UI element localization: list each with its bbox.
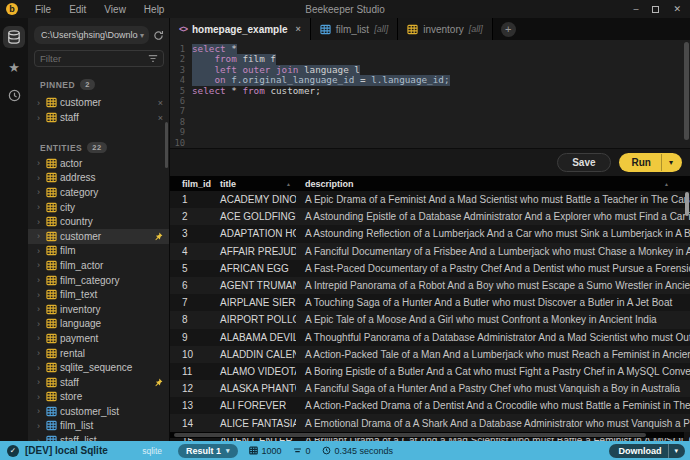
- sql-editor[interactable]: 1select *2 from film f3 left outer join …: [170, 40, 690, 148]
- menu-edit[interactable]: Edit: [60, 4, 95, 15]
- save-button[interactable]: Save: [557, 153, 610, 172]
- sidebar-scrollbar[interactable]: [165, 122, 168, 168]
- pinned-item-customer[interactable]: ›customer×: [28, 95, 169, 110]
- entity-address[interactable]: ›address: [28, 171, 169, 186]
- entity-language[interactable]: ›language: [28, 317, 169, 332]
- chevron-right-icon[interactable]: ›: [37, 275, 46, 285]
- entity-staff[interactable]: ›staff: [28, 375, 169, 390]
- entity-film_text[interactable]: ›film_text: [28, 287, 169, 302]
- chevron-right-icon[interactable]: ›: [37, 113, 46, 123]
- table-row[interactable]: 14ALICE FANTASIAA Emotional Drama of a A…: [170, 414, 690, 431]
- vertical-scrollbar[interactable]: [685, 192, 689, 216]
- filter-icon[interactable]: [148, 54, 158, 63]
- table-row[interactable]: 6AGENT TRUMANA Intrepid Panorama of a Ro…: [170, 277, 690, 294]
- code-line-7[interactable]: 7: [170, 106, 690, 116]
- entity-actor[interactable]: ›actor: [28, 156, 169, 171]
- table-row[interactable]: 1ACADEMY DINOSAURA Epic Drama of a Femin…: [170, 191, 690, 208]
- chevron-right-icon[interactable]: ›: [37, 98, 46, 108]
- close-tab-icon[interactable]: ×: [296, 24, 301, 34]
- tab-inventory[interactable]: inventory[all]: [398, 18, 493, 40]
- entity-sqlite_sequence[interactable]: ›sqlite_sequence: [28, 360, 169, 375]
- chevron-right-icon[interactable]: ›: [37, 202, 46, 212]
- chevron-right-icon[interactable]: ›: [37, 173, 46, 183]
- entity-payment[interactable]: ›payment: [28, 331, 169, 346]
- chevron-right-icon[interactable]: ›: [37, 304, 46, 314]
- entity-city[interactable]: ›city: [28, 200, 169, 215]
- chevron-right-icon[interactable]: ›: [37, 421, 46, 431]
- table-row[interactable]: 2ACE GOLDFINGERA Astounding Epistle of a…: [170, 208, 690, 225]
- chevron-right-icon[interactable]: ›: [37, 231, 46, 241]
- table-row[interactable]: 9ALABAMA DEVILA Thoughtful Panorama of a…: [170, 329, 690, 346]
- chevron-right-icon[interactable]: ›: [37, 246, 46, 256]
- code-line-5[interactable]: 5select * from customer;: [170, 86, 690, 96]
- table-row[interactable]: 11ALAMO VIDEOTAPEA Boring Epistle of a B…: [170, 363, 690, 380]
- chevron-right-icon[interactable]: ›: [37, 406, 46, 416]
- entity-customer[interactable]: ›customer: [28, 229, 169, 244]
- entity-category[interactable]: ›category: [28, 185, 169, 200]
- chevron-right-icon[interactable]: ›: [37, 290, 46, 300]
- chevron-right-icon[interactable]: ›: [37, 260, 46, 270]
- sort-icon[interactable]: ▲: [664, 181, 669, 187]
- filter-input[interactable]: [40, 53, 148, 64]
- download-options-caret[interactable]: ▾: [668, 444, 685, 458]
- chevron-right-icon[interactable]: ›: [37, 158, 46, 168]
- table-row[interactable]: 4AFFAIR PREJUDICEA Fanciful Documentary …: [170, 243, 690, 260]
- column-header-description[interactable]: description▲: [296, 179, 690, 189]
- sort-icon[interactable]: ▲: [286, 181, 291, 187]
- chevron-right-icon[interactable]: ›: [37, 377, 46, 387]
- menu-view[interactable]: View: [95, 4, 135, 15]
- chevron-right-icon[interactable]: ›: [37, 187, 46, 197]
- close-button[interactable]: ✕: [673, 0, 681, 18]
- chevron-right-icon[interactable]: ›: [37, 392, 46, 402]
- chevron-right-icon[interactable]: ›: [37, 333, 46, 343]
- minimize-button[interactable]: –: [633, 0, 638, 18]
- run-options-caret[interactable]: ▾: [661, 154, 682, 171]
- maximize-button[interactable]: [652, 6, 659, 13]
- entity-country[interactable]: ›country: [28, 214, 169, 229]
- menu-file[interactable]: File: [26, 4, 60, 15]
- favorites-button[interactable]: ★: [3, 58, 25, 76]
- new-tab-button[interactable]: +: [501, 22, 516, 37]
- chevron-right-icon[interactable]: ›: [37, 217, 46, 227]
- table-row[interactable]: 5AFRICAN EGGA Fast-Paced Documentary of …: [170, 260, 690, 277]
- download-button[interactable]: Download ▾: [609, 444, 685, 458]
- chevron-right-icon[interactable]: ›: [37, 319, 46, 329]
- result-selector[interactable]: Result 1 ▾: [178, 444, 238, 458]
- unpin-icon[interactable]: ×: [154, 113, 163, 123]
- run-button[interactable]: Run ▾: [619, 153, 682, 172]
- entity-film_category[interactable]: ›film_category: [28, 273, 169, 288]
- editor-scrollbar[interactable]: [684, 42, 689, 140]
- refresh-icon[interactable]: [153, 30, 164, 41]
- entity-film_actor[interactable]: ›film_actor: [28, 258, 169, 273]
- table-row[interactable]: 10ALADDIN CALENDARA Action-Packed Tale o…: [170, 346, 690, 363]
- code-line-9[interactable]: 9: [170, 127, 690, 137]
- table-row[interactable]: 7AIRPLANE SIERRAA Touching Saga of a Hun…: [170, 294, 690, 311]
- entity-rental[interactable]: ›rental: [28, 346, 169, 361]
- code-line-10[interactable]: 10: [170, 138, 690, 148]
- horizontal-scrollbar[interactable]: [170, 432, 684, 438]
- column-header-film_id[interactable]: film_id▲: [170, 179, 212, 189]
- connection-selector[interactable]: C:\Users\ghsing\Downloads ▾: [34, 26, 149, 44]
- column-header-title[interactable]: title▲: [212, 179, 296, 189]
- entity-film_list[interactable]: ›film_list: [28, 419, 169, 434]
- tab-homepage_example[interactable]: <>homepage_example×: [170, 18, 311, 40]
- database-panel-button[interactable]: [3, 26, 25, 48]
- table-row[interactable]: 13ALI FOREVERA Action-Packed Drama of a …: [170, 397, 690, 414]
- tab-film_list[interactable]: film_list[all]: [311, 18, 398, 40]
- table-row[interactable]: 3ADAPTATION HOLESA Astounding Reflection…: [170, 225, 690, 242]
- menu-help[interactable]: Help: [135, 4, 174, 15]
- entity-inventory[interactable]: ›inventory: [28, 302, 169, 317]
- table-row[interactable]: 12ALASKA PHANTOMA Fanciful Saga of a Hun…: [170, 380, 690, 397]
- entity-customer_list[interactable]: ›customer_list: [28, 404, 169, 419]
- run-label[interactable]: Run: [619, 153, 661, 172]
- pinned-item-staff[interactable]: ›staff×: [28, 110, 169, 125]
- code-line-6[interactable]: 6: [170, 96, 690, 106]
- entity-film[interactable]: ›film: [28, 244, 169, 259]
- chevron-right-icon[interactable]: ›: [37, 363, 46, 373]
- unpin-icon[interactable]: ×: [154, 98, 163, 108]
- entity-staff_list[interactable]: ›staff_list: [28, 433, 169, 441]
- chevron-right-icon[interactable]: ›: [37, 348, 46, 358]
- table-row[interactable]: 8AIRPORT POLLOCKA Epic Tale of a Moose A…: [170, 311, 690, 328]
- code-line-8[interactable]: 8: [170, 117, 690, 127]
- entity-store[interactable]: ›store: [28, 390, 169, 405]
